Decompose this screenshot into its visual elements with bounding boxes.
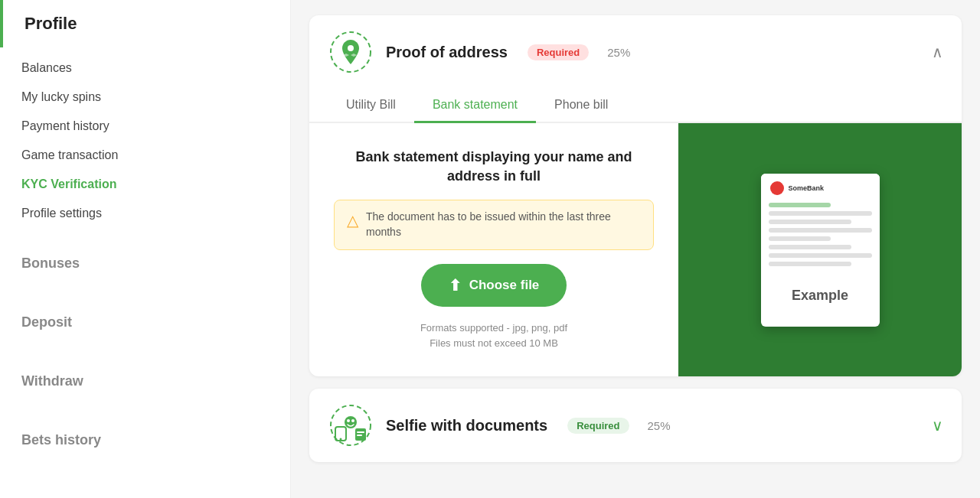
percent-label: 25% <box>607 46 630 59</box>
doc-line <box>769 228 872 233</box>
doc-header: SomeBank <box>761 174 880 200</box>
doc-line <box>769 236 831 241</box>
doc-logo-text: SomeBank <box>789 184 825 192</box>
selfie-percent-label: 25% <box>648 419 671 432</box>
sidebar: Profile Balances My lucky spins Payment … <box>0 0 291 498</box>
sidebar-bonuses-title[interactable]: Bonuses <box>21 248 269 279</box>
sidebar-sub-items: Balances My lucky spins Payment history … <box>0 47 290 234</box>
warning-box: △ The document has to be issued within t… <box>334 200 654 249</box>
document-description: Bank statement displaying your name and … <box>334 148 654 186</box>
sidebar-item-profile-settings[interactable]: Profile settings <box>21 199 290 228</box>
svg-rect-8 <box>357 435 362 436</box>
svg-point-4 <box>347 419 350 422</box>
sidebar-profile-title: Profile <box>24 14 269 34</box>
tab-bank-statement[interactable]: Bank statement <box>414 89 536 123</box>
sidebar-bets-history-title[interactable]: Bets history <box>21 425 269 456</box>
doc-line <box>769 220 851 224</box>
sidebar-profile-section: Profile <box>0 0 290 47</box>
svg-point-5 <box>351 419 354 422</box>
doc-line <box>769 245 851 249</box>
svg-rect-7 <box>357 431 364 433</box>
sidebar-withdraw-section: Withdraw <box>0 352 290 411</box>
example-document: SomeBank Example <box>761 174 880 327</box>
selfie-card-title: Selfie with documents <box>386 417 547 435</box>
formats-supported: Formats supported - jpg, png, pdf <box>334 321 654 337</box>
size-limit: Files must not exceed 10 MB <box>334 336 654 352</box>
doc-line <box>769 203 831 207</box>
selfie-card-header: Selfie with documents Required 25% ∨ <box>309 389 962 462</box>
sidebar-item-balances[interactable]: Balances <box>21 54 290 83</box>
sidebar-bets-history-section: Bets history <box>0 411 290 470</box>
example-label: Example <box>761 288 880 304</box>
sidebar-withdraw-title[interactable]: Withdraw <box>21 366 269 397</box>
doc-line <box>769 253 872 258</box>
doc-line <box>769 211 872 216</box>
format-info: Formats supported - jpg, png, pdf Files … <box>334 321 654 353</box>
selfie-required-badge: Required <box>567 418 629 434</box>
doc-lines <box>761 200 880 327</box>
svg-point-10 <box>340 438 342 441</box>
sidebar-item-kyc-verification[interactable]: KYC Verification <box>21 170 290 199</box>
selfie-with-documents-card: Selfie with documents Required 25% ∨ <box>309 389 962 462</box>
doc-line <box>769 262 851 266</box>
sidebar-item-lucky-spins[interactable]: My lucky spins <box>21 83 290 112</box>
sidebar-bonuses-section: Bonuses <box>0 234 290 293</box>
card-body-right: SomeBank Example <box>678 123 962 376</box>
document-tabs: Utility Bill Bank statement Phone bill <box>309 89 962 123</box>
tab-phone-bill[interactable]: Phone bill <box>536 89 626 123</box>
card-body: Bank statement displaying your name and … <box>309 123 962 376</box>
card-body-left: Bank statement displaying your name and … <box>309 123 678 376</box>
main-content: Proof of address Required 25% ∧ Utility … <box>291 0 980 498</box>
required-badge: Required <box>528 44 589 60</box>
choose-file-label: Choose file <box>469 278 540 293</box>
proof-of-address-card: Proof of address Required 25% ∧ Utility … <box>309 15 962 376</box>
tab-utility-bill[interactable]: Utility Bill <box>328 89 414 123</box>
warning-text: The document has to be issued within the… <box>366 210 641 239</box>
svg-point-1 <box>348 45 354 51</box>
choose-file-button[interactable]: ⬆ Choose file <box>421 264 567 307</box>
proof-of-address-title: Proof of address <box>386 44 508 61</box>
warning-icon: △ <box>347 211 358 229</box>
expand-icon[interactable]: ∨ <box>932 416 943 435</box>
collapse-icon[interactable]: ∧ <box>932 43 943 61</box>
doc-logo-circle <box>770 181 784 195</box>
selfie-icon <box>328 402 374 448</box>
proof-of-address-header: Proof of address Required 25% ∧ <box>309 15 962 89</box>
sidebar-item-game-transaction[interactable]: Game transaction <box>21 141 290 170</box>
sidebar-deposit-title[interactable]: Deposit <box>21 307 269 338</box>
upload-icon: ⬆ <box>449 276 462 295</box>
sidebar-item-payment-history[interactable]: Payment history <box>21 112 290 141</box>
sidebar-deposit-section: Deposit <box>0 293 290 352</box>
location-icon <box>328 29 374 75</box>
